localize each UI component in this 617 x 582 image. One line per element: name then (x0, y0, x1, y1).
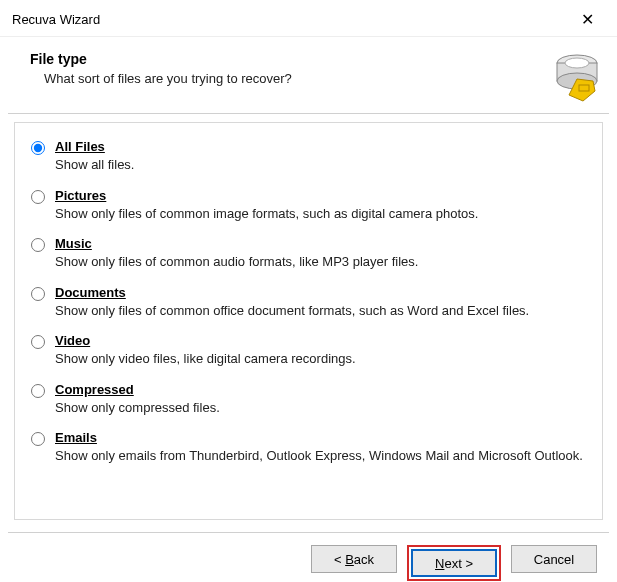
radio-compressed[interactable] (31, 384, 45, 398)
option-all-files[interactable]: All Files Show all files. (55, 139, 584, 174)
wizard-footer: < Back Next > Cancel (0, 533, 617, 582)
option-video[interactable]: Video Show only video files, like digita… (55, 333, 584, 368)
wizard-header: File type What sort of files are you try… (0, 37, 617, 113)
option-label: Documents (55, 285, 584, 300)
titlebar: Recuva Wizard ✕ (0, 0, 617, 37)
recuva-disk-icon (551, 51, 603, 103)
svg-point-3 (565, 58, 589, 68)
option-label: Music (55, 236, 584, 251)
radio-emails[interactable] (31, 432, 45, 446)
option-desc: Show only files of common image formats,… (55, 205, 584, 223)
radio-pictures[interactable] (31, 190, 45, 204)
option-music[interactable]: Music Show only files of common audio fo… (55, 236, 584, 271)
option-desc: Show only files of common office documen… (55, 302, 584, 320)
option-desc: Show only emails from Thunderbird, Outlo… (55, 447, 584, 465)
cancel-button[interactable]: Cancel (511, 545, 597, 573)
option-label: All Files (55, 139, 584, 154)
window-title: Recuva Wizard (12, 12, 100, 27)
close-icon: ✕ (581, 10, 594, 29)
option-desc: Show only video files, like digital came… (55, 350, 584, 368)
option-desc: Show all files. (55, 156, 584, 174)
option-documents[interactable]: Documents Show only files of common offi… (55, 285, 584, 320)
option-label: Compressed (55, 382, 584, 397)
options-panel: All Files Show all files. Pictures Show … (14, 122, 603, 520)
back-button-label: < Back (334, 552, 374, 567)
option-label: Pictures (55, 188, 584, 203)
option-compressed[interactable]: Compressed Show only compressed files. (55, 382, 584, 417)
radio-video[interactable] (31, 335, 45, 349)
option-desc: Show only files of common audio formats,… (55, 253, 584, 271)
option-label: Emails (55, 430, 584, 445)
next-button[interactable]: Next > (411, 549, 497, 577)
header-text: File type What sort of files are you try… (30, 51, 551, 103)
page-subtitle: What sort of files are you trying to rec… (44, 71, 551, 86)
option-desc: Show only compressed files. (55, 399, 584, 417)
page-title: File type (30, 51, 551, 67)
option-pictures[interactable]: Pictures Show only files of common image… (55, 188, 584, 223)
option-emails[interactable]: Emails Show only emails from Thunderbird… (55, 430, 584, 465)
radio-all-files[interactable] (31, 141, 45, 155)
close-button[interactable]: ✕ (567, 6, 607, 32)
next-button-label: Next > (435, 556, 473, 571)
header-separator (8, 113, 609, 114)
back-button[interactable]: < Back (311, 545, 397, 573)
svg-rect-4 (579, 85, 589, 91)
option-label: Video (55, 333, 584, 348)
radio-music[interactable] (31, 238, 45, 252)
radio-documents[interactable] (31, 287, 45, 301)
next-button-highlight: Next > (407, 545, 501, 581)
